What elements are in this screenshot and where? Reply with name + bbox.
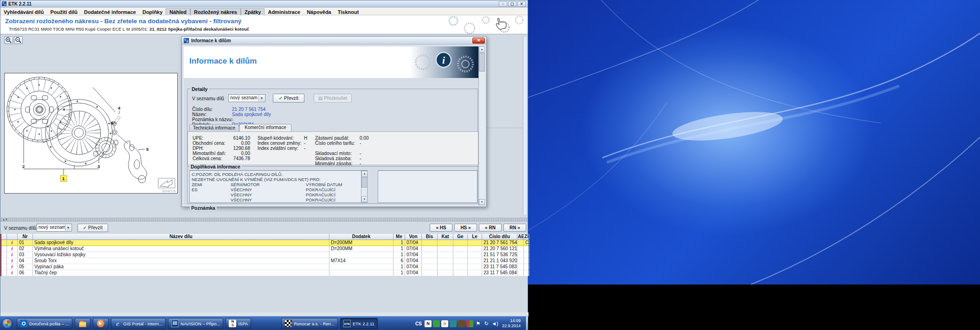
tab-technical-info[interactable]: Technická informace: [189, 124, 239, 131]
scroll-down-icon[interactable]: ▼: [479, 199, 485, 205]
cell-me: 1: [393, 270, 405, 276]
menu-item-vyhled-v-n-d-l[interactable]: Vyhledávání dílů: [0, 8, 47, 16]
maximize-button[interactable]: ▢: [508, 1, 516, 6]
commercial-row: Číslo celního tarifu:-: [315, 140, 378, 145]
clearing-table-row: VŠECHNYPOKRAČUJÍCÍ: [192, 192, 359, 197]
row-info-icon[interactable]: i: [7, 246, 18, 252]
cell-marker: [1, 270, 7, 276]
cell-marker: [1, 264, 7, 270]
nav-button-rn[interactable]: « RN: [479, 224, 502, 232]
tray-icon-flag[interactable]: ⚑: [475, 320, 482, 327]
zoom-in-button[interactable]: [4, 36, 13, 44]
tray-icon-brown-app[interactable]: [458, 320, 465, 327]
part-label-3[interactable]: 3: [97, 164, 100, 169]
cell-le: [468, 252, 482, 258]
taskbar-button-folder[interactable]: [75, 318, 90, 329]
taskbar-button-navision[interactable]: NAVISION – Připo...: [168, 318, 223, 329]
menu-item-zp-tky[interactable]: Zpátky: [241, 8, 264, 16]
tab-commercial-info[interactable]: Komerční informace: [239, 124, 291, 131]
list-selector-dropdown[interactable]: nový seznam ▼: [37, 224, 72, 232]
cell-nr: 04: [18, 258, 33, 264]
right-pane-splitter[interactable]: [487, 128, 526, 128]
taskbar-button-ispa-compass[interactable]: NSISPA: [226, 318, 251, 329]
right-pane-scroll-strip[interactable]: [523, 37, 527, 214]
tray-icon-sync[interactable]: ↻: [483, 320, 490, 327]
clearing-scrollbar[interactable]: ▲ ▼: [361, 171, 367, 202]
menu-item-pou-it-d-l[interactable]: Použití dílů: [47, 8, 81, 16]
row-info-icon[interactable]: i: [7, 270, 18, 276]
tray-icon-green-app[interactable]: [433, 320, 440, 327]
etk-app-window: ETK 2.2.11 ─ ▢ ✕ Vyhledávání dílůPoužití…: [0, 0, 528, 316]
nav-button-rn[interactable]: RN »: [503, 224, 526, 232]
minimize-button[interactable]: ─: [499, 1, 507, 6]
cell-bis: [422, 246, 438, 252]
tray-icon-teal-app[interactable]: [450, 320, 457, 327]
table-row[interactable]: i02Výměna unášecí kotoučD=200MM107/0421 …: [1, 246, 529, 252]
check-icon: ✓: [83, 225, 88, 230]
part-label-1[interactable]: 1: [62, 176, 65, 181]
row-info-icon[interactable]: i: [7, 240, 18, 246]
clock[interactable]: 14:09 22.9.2014: [500, 318, 521, 329]
show-desktop-button[interactable]: [525, 317, 528, 330]
taskbar-button-internet-explorer[interactable]: eGIS Portal - Intern...: [111, 318, 166, 329]
table-row[interactable]: i06Tlačný čep107/0423 11 7 545 084: [1, 270, 529, 276]
part-label-4[interactable]: 4: [118, 105, 121, 110]
scrollbar-thumb[interactable]: [479, 53, 485, 71]
dialog-take-button[interactable]: ✓ Převzít: [273, 94, 304, 103]
tray-icon-red-green-app[interactable]: [466, 320, 473, 327]
row-info-icon[interactable]: i: [7, 252, 18, 258]
row-info-icon[interactable]: i: [7, 264, 18, 270]
close-button[interactable]: ✕: [517, 1, 526, 6]
language-indicator[interactable]: CS: [415, 321, 423, 326]
part-label-2[interactable]: 2: [22, 164, 25, 169]
menu-item-n-hled[interactable]: Náhled: [166, 8, 190, 16]
dialog-list-dropdown[interactable]: nový seznam ▼: [228, 94, 265, 102]
scroll-up-icon[interactable]: ▲: [361, 171, 368, 177]
taskbar-button-etk[interactable]: ETKETK 2.2.11: [340, 318, 378, 329]
take-over-button[interactable]: ✓ Převzít: [77, 224, 108, 232]
tray-icon-volume[interactable]: ◄): [491, 320, 498, 327]
scroll-up-icon[interactable]: ▲: [479, 46, 485, 52]
commercial-row: DPH:1290.68: [193, 145, 250, 150]
dialog-scrollbar[interactable]: ▲ ▼: [478, 46, 484, 205]
dialog-titlebar[interactable]: Informace k dílům ✕: [182, 37, 486, 45]
row-info-icon[interactable]: i: [7, 258, 18, 264]
table-row[interactable]: i05Vypínací páka107/0423 11 7 545 083: [1, 264, 529, 270]
menu-item-dopl-ky[interactable]: Doplňky: [139, 8, 166, 16]
clearing-col-date: POKRAČUJÍCÍ: [306, 197, 335, 202]
column-header-bis: Bis: [422, 234, 438, 239]
start-button[interactable]: [2, 318, 13, 329]
cell-kat: [438, 252, 453, 258]
tray-icon-compass[interactable]: N: [425, 320, 432, 327]
cell-cislo: 21 20 7 561 754: [482, 240, 517, 246]
menu-item-rozlo-en-n-kres[interactable]: Rozložený nákres: [190, 8, 241, 16]
menu-item-n-pov-da[interactable]: Nápověda: [303, 8, 335, 16]
taskbar-button-outlook[interactable]: ODoručená pošta – ...: [17, 318, 72, 329]
clearing-col-date: POKRAČUJÍCÍ: [306, 192, 335, 197]
taskbar-button-media-player[interactable]: ▶: [93, 318, 109, 329]
cell-von: 07/04: [405, 258, 422, 264]
scrollbar-thumb[interactable]: [361, 177, 368, 188]
part-label-5[interactable]: 5: [146, 147, 149, 152]
part-label-6[interactable]: 6: [111, 120, 113, 125]
menu-item-tisknout[interactable]: Tisknout: [335, 8, 362, 16]
table-row[interactable]: i04Šroub TorxM7X14607/0421 21 1 043 920: [1, 258, 529, 264]
horizontal-splitter[interactable]: ▲▼: [0, 218, 528, 221]
table-row[interactable]: i01Sada spojkové dílyD=200MM107/0421 20 …: [1, 240, 529, 246]
tray-icon-outlook-alert[interactable]: o: [441, 320, 448, 327]
check-icon: ✓: [279, 96, 284, 101]
nav-button-hs[interactable]: HS »: [454, 224, 477, 232]
table-row[interactable]: i03Vysouvací ložisko spojky107/0421 51 7…: [1, 252, 529, 258]
menu-item-administrace[interactable]: Administrace: [264, 8, 303, 16]
menu-item-dodate-n-informace[interactable]: Dodatečné informace: [81, 8, 139, 16]
nav-button-hs[interactable]: « HS: [430, 224, 452, 232]
internet-explorer-icon: e: [114, 320, 122, 327]
app-titlebar[interactable]: ETK 2.2.11 ─ ▢ ✕: [0, 0, 528, 7]
dialog-check-button[interactable]: ▤ Přezkoušet: [314, 94, 352, 103]
scroll-down-icon[interactable]: ▼: [361, 196, 368, 202]
price-column: UPE:6146.10Obchodní cena:0.00DPH:1290.68…: [193, 135, 250, 160]
dialog-close-button[interactable]: ✕: [472, 38, 485, 44]
zoom-out-button[interactable]: [14, 36, 23, 44]
taskbar-button-renocar-checker[interactable]: Renocar a.s. - Ren...: [281, 318, 338, 329]
cell-me: 1: [393, 240, 405, 246]
